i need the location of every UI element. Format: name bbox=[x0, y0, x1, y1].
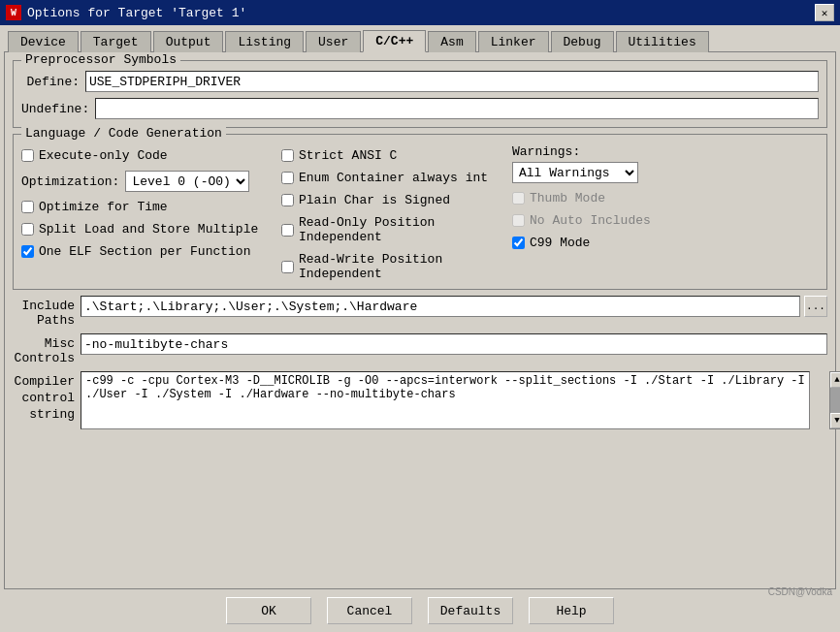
scroll-up-arrow[interactable]: ▲ bbox=[830, 372, 840, 388]
optimize-time-row: Optimize for Time bbox=[21, 200, 274, 214]
warnings-select[interactable]: All Warnings No Warnings bbox=[512, 162, 638, 183]
optimize-time-label: Optimize for Time bbox=[39, 200, 168, 214]
cancel-button[interactable]: Cancel bbox=[327, 597, 412, 624]
undefine-input[interactable] bbox=[95, 98, 819, 119]
split-load-checkbox[interactable] bbox=[21, 223, 34, 236]
enum-container-label: Enum Container always int bbox=[299, 171, 488, 185]
execute-only-row: Execute-only Code bbox=[21, 148, 274, 163]
optimization-label: Optimization: bbox=[21, 174, 119, 189]
tab-linker[interactable]: Linker bbox=[478, 31, 549, 52]
read-only-checkbox[interactable] bbox=[281, 224, 294, 237]
compiler-scrollbar[interactable]: ▲ ▼ bbox=[829, 371, 840, 429]
one-elf-label: One ELF Section per Function bbox=[39, 244, 250, 259]
optimize-time-checkbox[interactable] bbox=[21, 201, 34, 213]
no-auto-includes-row: No Auto Includes bbox=[512, 213, 819, 228]
button-bar: OK Cancel Defaults Help bbox=[4, 589, 836, 628]
scroll-down-arrow[interactable]: ▼ bbox=[830, 413, 840, 428]
thumb-mode-row: Thumb Mode bbox=[512, 191, 819, 205]
language-title: Language / Code Generation bbox=[21, 126, 226, 141]
one-elf-checkbox[interactable] bbox=[21, 245, 34, 258]
strict-ansi-checkbox[interactable] bbox=[281, 149, 294, 162]
warnings-label: Warnings: bbox=[512, 144, 819, 159]
compiler-control-section: Compilercontrolstring -c99 -c -cpu Corte… bbox=[13, 371, 827, 581]
optimization-select[interactable]: Level 0 (-O0) Level 1 (-O1) Level 2 (-O2… bbox=[125, 171, 249, 192]
c99-mode-row: C99 Mode bbox=[512, 236, 819, 250]
tab-cpp[interactable]: C/C++ bbox=[363, 30, 426, 52]
misc-controls-row: MiscControls bbox=[13, 333, 827, 365]
plain-char-label: Plain Char is Signed bbox=[299, 193, 450, 207]
no-auto-includes-label: No Auto Includes bbox=[530, 213, 651, 228]
define-input[interactable] bbox=[85, 71, 819, 92]
strict-ansi-row: Strict ANSI C bbox=[281, 148, 504, 163]
read-only-row: Read-Only Position Independent bbox=[281, 215, 504, 244]
ok-button[interactable]: OK bbox=[226, 597, 311, 624]
tab-device[interactable]: Device bbox=[8, 31, 79, 52]
tab-debug[interactable]: Debug bbox=[551, 31, 614, 52]
close-button[interactable]: ✕ bbox=[815, 4, 834, 21]
misc-controls-input[interactable] bbox=[81, 333, 827, 355]
compiler-control-label: Compilercontrolstring bbox=[13, 371, 75, 424]
plain-char-checkbox[interactable] bbox=[281, 194, 294, 206]
misc-controls-label: MiscControls bbox=[13, 333, 75, 365]
help-button[interactable]: Help bbox=[529, 597, 614, 624]
enum-container-row: Enum Container always int bbox=[281, 171, 504, 185]
no-auto-includes-checkbox[interactable] bbox=[512, 214, 525, 227]
split-load-row: Split Load and Store Multiple bbox=[21, 222, 274, 237]
execute-only-label: Execute-only Code bbox=[39, 148, 168, 163]
watermark: CSDN@Vodka bbox=[768, 586, 832, 597]
tab-bar: Device Target Output Listing User C/C++ … bbox=[4, 29, 836, 51]
scroll-track bbox=[830, 388, 840, 413]
split-load-label: Split Load and Store Multiple bbox=[39, 222, 258, 237]
include-paths-row: IncludePaths ... bbox=[13, 296, 827, 328]
tab-target[interactable]: Target bbox=[81, 31, 151, 52]
include-paths-input[interactable] bbox=[81, 296, 800, 317]
compiler-control-textarea[interactable]: -c99 -c -cpu Cortex-M3 -D__MICROLIB -g -… bbox=[81, 371, 810, 429]
optimization-row: Optimization: Level 0 (-O0) Level 1 (-O1… bbox=[21, 171, 274, 192]
tab-utilities[interactable]: Utilities bbox=[616, 31, 709, 52]
tab-output[interactable]: Output bbox=[153, 31, 224, 52]
tab-listing[interactable]: Listing bbox=[225, 31, 304, 52]
thumb-mode-checkbox[interactable] bbox=[512, 192, 525, 205]
read-write-checkbox[interactable] bbox=[281, 261, 294, 273]
browse-button[interactable]: ... bbox=[804, 296, 827, 317]
language-group: Language / Code Generation Execute-only … bbox=[13, 134, 827, 290]
tab-user[interactable]: User bbox=[306, 31, 361, 52]
read-write-row: Read-Write Position Independent bbox=[281, 252, 504, 281]
preprocessor-title: Preprocessor Symbols bbox=[21, 52, 180, 67]
dialog-title: Options for Target 'Target 1' bbox=[27, 6, 246, 20]
defaults-button[interactable]: Defaults bbox=[428, 597, 513, 624]
preprocessor-group: Preprocessor Symbols Define: Undefine: bbox=[13, 60, 827, 128]
strict-ansi-label: Strict ANSI C bbox=[299, 148, 397, 163]
dialog-content: Device Target Output Listing User C/C++ … bbox=[0, 25, 840, 632]
title-bar: W Options for Target 'Target 1' ✕ bbox=[0, 0, 840, 25]
one-elf-row: One ELF Section per Function bbox=[21, 244, 274, 259]
thumb-mode-label: Thumb Mode bbox=[530, 191, 605, 205]
warnings-section: Warnings: All Warnings No Warnings bbox=[512, 144, 819, 183]
define-label: Define: bbox=[21, 75, 80, 89]
execute-only-checkbox[interactable] bbox=[21, 149, 34, 162]
read-only-label: Read-Only Position Independent bbox=[299, 215, 504, 244]
c99-mode-checkbox[interactable] bbox=[512, 237, 525, 249]
read-write-label: Read-Write Position Independent bbox=[299, 252, 504, 281]
app-icon: W bbox=[6, 5, 21, 20]
main-content: Preprocessor Symbols Define: Undefine: L… bbox=[4, 51, 836, 589]
c99-mode-label: C99 Mode bbox=[530, 236, 590, 250]
include-paths-label: IncludePaths bbox=[13, 296, 75, 328]
plain-char-row: Plain Char is Signed bbox=[281, 193, 504, 207]
enum-container-checkbox[interactable] bbox=[281, 172, 294, 184]
undefine-label: Undefine: bbox=[21, 102, 89, 116]
tab-asm[interactable]: Asm bbox=[428, 31, 475, 52]
